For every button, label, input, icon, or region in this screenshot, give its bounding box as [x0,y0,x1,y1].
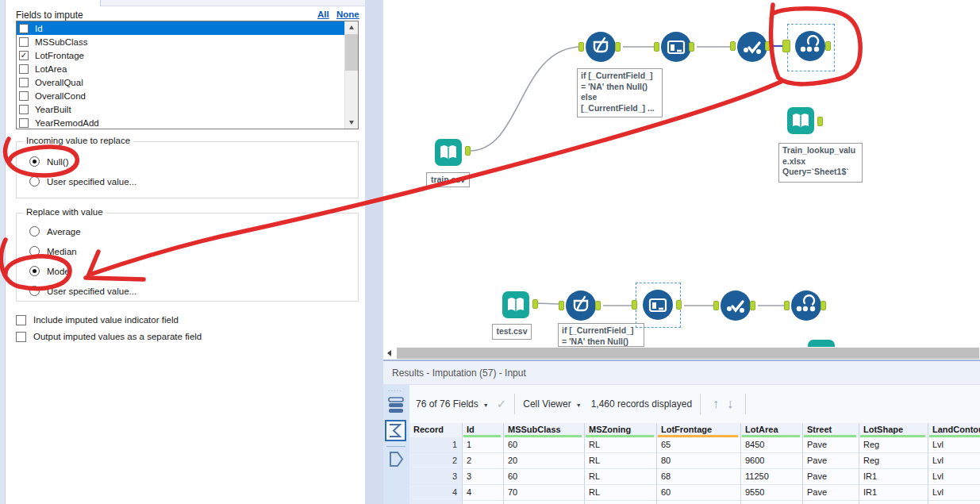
output-anchor[interactable] [676,300,682,310]
table-cell[interactable]: RL [585,501,657,504]
table-cell[interactable]: 84 [657,501,741,504]
table-cell[interactable]: RL [585,453,657,469]
radio-selected-icon[interactable] [29,156,40,167]
column-header[interactable]: Id [463,423,504,437]
tool-annotation[interactable]: Train_lookup_valu e.xlsx Query=`Sheet1$` [778,143,863,183]
output-anchor[interactable] [595,301,601,310]
table-cell[interactable]: 4 [463,485,504,501]
table-cell[interactable]: 2 [463,453,504,469]
option-checkbox[interactable] [16,315,26,325]
workflow-canvas[interactable]: train.csv if [_CurrentField_] = 'NA' the… [383,0,980,347]
table-row[interactable]: 1160RL658450PaveRegLvl [409,437,980,453]
input-data-tool-test[interactable] [502,291,529,318]
cell-viewer-dropdown[interactable]: Cell Viewer [523,398,571,410]
data-view-toggle-selected[interactable] [385,420,406,441]
canvas-hscrollbar[interactable] [383,347,980,360]
caret-down-icon[interactable]: ▼ [576,402,582,408]
field-checkbox[interactable] [19,118,29,128]
input-data-tool-lookup[interactable] [787,107,814,134]
scrollbar-thumb[interactable] [397,348,979,359]
metadata-view-toggle[interactable] [387,450,405,471]
table-cell[interactable]: 14260 [741,501,803,504]
arrow-up-icon[interactable]: ↑ [713,397,719,411]
input-anchor[interactable] [632,300,637,310]
field-item[interactable]: YearBuilt [17,102,344,116]
tool-annotation[interactable]: train.csv [426,172,470,187]
record-number-cell[interactable]: 5 [409,501,463,504]
input-anchor[interactable] [782,40,790,52]
output-anchor[interactable] [821,301,826,310]
field-checkbox[interactable]: ✓ [19,51,29,60]
table-cell[interactable]: Lvl [928,453,980,469]
tool-annotation[interactable]: if [_CurrentField_] = 'NA' then Null() [558,323,644,347]
input-anchor[interactable] [784,301,790,310]
radio-option[interactable]: Median [17,241,358,261]
table-cell[interactable]: 3 [463,469,504,485]
input-data-tool-partial[interactable] [808,340,835,347]
column-header[interactable]: MSZoning [585,423,657,437]
table-cell[interactable]: IR1 [859,485,928,501]
drag-handle-icon[interactable]: ..... [388,385,402,393]
record-number-cell[interactable]: 3 [409,469,463,485]
table-cell[interactable]: 9600 [741,453,803,469]
output-anchor[interactable] [750,301,755,310]
column-header[interactable]: Street [803,423,859,437]
imputation-tool-2[interactable] [791,290,821,321]
table-row[interactable]: 5560RL8414260PaveIR1Lvl [409,501,980,504]
column-header[interactable]: LotFrontage [657,423,741,437]
table-cell[interactable]: Pave [803,485,859,501]
output-anchor[interactable] [465,146,471,156]
select-tool-2[interactable] [721,290,751,321]
radio-selected-icon[interactable] [29,266,40,276]
option-checkbox-row[interactable]: Output imputed values as a separate fiel… [16,329,202,344]
input-anchor[interactable] [578,42,584,52]
input-anchor[interactable] [654,42,659,52]
table-cell[interactable]: 1 [463,437,504,453]
field-checkbox[interactable] [19,105,29,114]
field-checkbox[interactable] [19,37,29,47]
radio-icon[interactable] [29,226,40,237]
table-cell[interactable]: IR1 [859,469,928,485]
radio-icon[interactable] [29,176,40,187]
input-anchor[interactable] [713,301,719,310]
option-checkbox-row[interactable]: Include imputed value indicator field [16,313,179,327]
record-number-cell[interactable]: 1 [409,437,463,453]
input-anchor[interactable] [730,41,736,51]
input-data-tool-train[interactable] [435,139,462,166]
field-item[interactable]: MSSubClass [17,35,344,48]
radio-icon[interactable] [29,246,40,256]
output-anchor[interactable] [615,42,621,52]
table-cell[interactable]: 80 [657,453,741,469]
table-cell[interactable]: RL [585,437,657,453]
table-cell[interactable]: 68 [657,469,741,485]
output-anchor[interactable] [765,41,771,51]
field-checkbox[interactable] [19,91,29,101]
table-cell[interactable]: IR1 [859,501,928,504]
multi-field-formula-tool[interactable] [586,32,616,62]
fields-listbox[interactable]: IdMSSubClass✓LotFrontageLotAreaOverallQu… [16,21,359,129]
field-item[interactable]: ✓LotFrontage [17,48,344,62]
column-header[interactable]: LotShape [859,423,928,437]
field-item[interactable]: Id [17,21,344,35]
output-anchor[interactable] [817,117,823,126]
column-header[interactable]: LandContour [928,423,980,437]
scroll-down-button[interactable] [345,117,359,129]
table-cell[interactable]: Pave [803,501,859,504]
table-row[interactable]: 2220RL809600PaveRegLvl [409,453,980,469]
table-cell[interactable]: Lvl [928,485,980,501]
select-all-link[interactable]: All [317,10,329,19]
input-anchor[interactable] [559,301,564,310]
table-cell[interactable]: Reg [859,437,928,453]
radio-option[interactable]: Mode [17,261,358,281]
field-item[interactable]: YearRemodAdd [17,116,344,129]
panel-canvas-divider[interactable] [365,0,383,504]
field-checkbox[interactable] [19,78,29,87]
field-checkbox[interactable] [19,24,29,33]
table-cell[interactable]: 60 [657,485,741,501]
field-item[interactable]: OverallCond [17,89,344,102]
table-cell[interactable]: 60 [504,469,585,485]
table-cell[interactable]: Pave [803,469,859,485]
table-cell[interactable]: 60 [504,437,585,453]
select-none-link[interactable]: None [336,10,359,19]
caret-down-icon[interactable]: ▼ [483,402,489,408]
